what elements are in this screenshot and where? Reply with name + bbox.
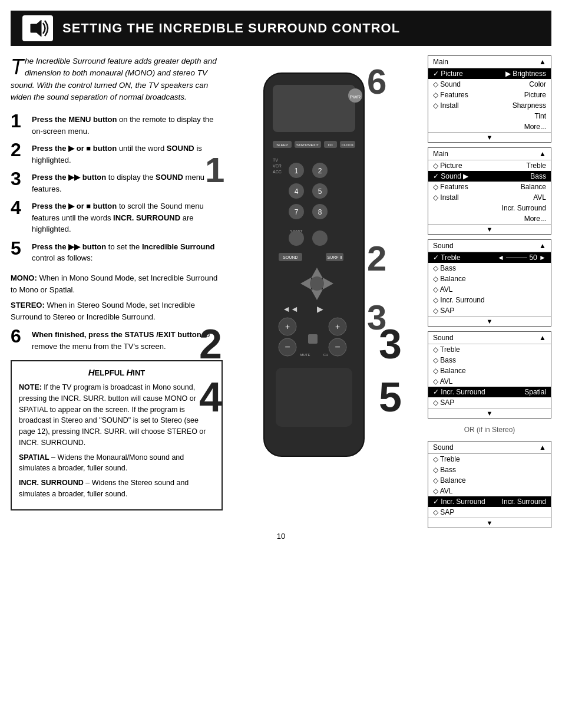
svg-text:CH: CH — [323, 353, 329, 357]
step-2-num: 2 — [11, 140, 32, 159]
remote-big-5: 5 — [379, 374, 402, 421]
menu3-item-incr: ◇ Incr. Surround — [428, 295, 551, 305]
menu5-footer: ▼ — [428, 518, 551, 528]
svg-text:8: 8 — [318, 208, 322, 216]
svg-text:2: 2 — [318, 167, 322, 175]
svg-text:CC: CC — [328, 143, 333, 147]
svg-text:ACC: ACC — [273, 170, 282, 174]
menu2-title: Main — [433, 150, 448, 158]
menu1-item-features: ◇ FeaturesPicture — [428, 90, 551, 100]
menu1-item-tint: Tint — [428, 111, 551, 121]
svg-text:MUTE: MUTE — [300, 353, 310, 357]
menu5-header: Sound ▲ — [428, 442, 551, 454]
svg-text:SLEEP: SLEEP — [276, 143, 287, 147]
menu2-item-picture: ◇ PictureTreble — [428, 160, 551, 171]
stereo-desc: STEREO: When in Stereo Sound Mode, set I… — [11, 299, 223, 323]
menu4-title: Sound — [433, 334, 454, 342]
menu1-item-sound: ◇ SoundColor — [428, 79, 551, 90]
step-4-text: Press the ▶ or ■ button to scroll the So… — [32, 200, 223, 235]
page-number: 10 — [0, 532, 562, 541]
menu2-item-sound: ✓ Sound ▶Bass — [428, 171, 551, 182]
menu-panel-5: Sound ▲ ◇ Treble ◇ Bass ◇ Balance ◇ AVL — [428, 441, 551, 528]
menu3-footer: ▼ — [428, 316, 551, 326]
hint-para-3: INCR. SURROUND – Widens the Stereo sound… — [19, 477, 214, 500]
menu4-item-incr: ✓ Incr. SurroundSpatial — [428, 387, 551, 397]
menu-panel-2: Main ▲ ◇ PictureTreble ✓ Sound ▶Bass ◇ F… — [428, 147, 551, 235]
svg-text:4: 4 — [295, 187, 299, 196]
remote-step-2-label: 2 — [367, 238, 386, 279]
left-column: T he Incredible Surround feature adds gr… — [11, 55, 229, 510]
svg-text:5: 5 — [318, 187, 322, 196]
menu2-item-install: ◇ InstallAVL — [428, 192, 551, 203]
step-1-num: 1 — [11, 111, 32, 130]
step-4-num: 4 — [11, 198, 32, 217]
menu-panel-3: Sound ▲ ✓ Treble◄ ——— 50 ► ◇ Bass ◇ Bala… — [428, 239, 551, 327]
menu5-item-avl: ◇ AVL — [428, 486, 551, 496]
menu2-up: ▲ — [539, 150, 546, 158]
step-5: 5 Press the ▶▶ button to set the Incredi… — [11, 241, 223, 264]
menu5-item-balance: ◇ Balance — [428, 475, 551, 486]
svg-text:CLOCK: CLOCK — [342, 143, 354, 147]
menu4-item-sap: ◇ SAP — [428, 397, 551, 408]
svg-text:TV: TV — [273, 158, 278, 162]
menu5-item-incr: ✓ Incr. SurroundIncr. Surround — [428, 496, 551, 507]
step-3-num: 3 — [11, 169, 32, 188]
step-2: 2 Press the ▶ or ■ button until the word… — [11, 143, 223, 166]
svg-rect-53 — [308, 334, 318, 344]
mono-desc: MONO: When in Mono Sound Mode, set Incre… — [11, 272, 223, 296]
main-content: T he Incredible Surround feature adds gr… — [0, 46, 562, 520]
remote-step-6-label: 6 — [367, 61, 386, 102]
menu1-item-more: More... — [428, 121, 551, 132]
svg-text:+: + — [285, 322, 290, 331]
mono-stereo-desc: MONO: When in Mono Sound Mode, set Incre… — [11, 272, 223, 324]
svg-text:▶: ▶ — [317, 304, 323, 314]
menu3-header: Sound ▲ — [428, 240, 551, 252]
hint-para-1: NOTE: If the TV program is broadcast in … — [19, 382, 214, 449]
menu5-item-treble: ◇ Treble — [428, 454, 551, 465]
remote-big-3: 3 — [379, 321, 402, 368]
svg-text:STATUS/EXIT: STATUS/EXIT — [296, 143, 319, 147]
svg-point-29 — [289, 230, 304, 246]
page-wrapper: Setting the Incredible Surround Control … — [0, 11, 562, 541]
menu-panel-4: Sound ▲ ◇ Treble ◇ Bass ◇ Balance ◇ AVL — [428, 331, 551, 419]
menu3-item-balance: ◇ Balance — [428, 274, 551, 284]
intro-text: T he Incredible Surround feature adds gr… — [11, 55, 223, 103]
menus-column: Main ▲ ✓ Picture▶ Brightness ◇ SoundColo… — [428, 55, 551, 528]
menu3-item-avl: ◇ AVL — [428, 284, 551, 295]
menu3-item-sap: ◇ SAP — [428, 305, 551, 316]
step-6-text: When finished, press the STATUS /EXIT bu… — [32, 329, 223, 352]
svg-point-38 — [310, 276, 324, 291]
page-title: Setting the Incredible Surround Control — [62, 21, 400, 36]
menu2-item-more: More... — [428, 213, 551, 224]
page-header: Setting the Incredible Surround Control — [11, 11, 551, 46]
step-2-text: Press the ▶ or ■ button until the word S… — [32, 143, 223, 166]
svg-text:SURF  II: SURF II — [328, 255, 342, 259]
menu5-title: Sound — [433, 443, 454, 452]
drop-cap: T — [11, 57, 24, 78]
remote-diagram: PWR SLEEP STATUS/EXIT CC CLOCK TV VCR AC… — [229, 67, 405, 482]
svg-rect-54 — [276, 368, 352, 427]
hint-text: NOTE: If the TV program is broadcast in … — [19, 382, 214, 500]
step-3-text: Press the ▶▶ button to display the SOUND… — [32, 172, 223, 195]
menu1-title: Main — [433, 58, 448, 66]
svg-text:1: 1 — [295, 167, 299, 175]
hint-title: HELPFUL HINT — [19, 367, 214, 377]
menu5-up: ▲ — [539, 443, 546, 452]
menu3-up: ▲ — [539, 242, 546, 250]
menu4-item-avl: ◇ AVL — [428, 376, 551, 387]
svg-text:7: 7 — [295, 208, 299, 216]
svg-text:−: − — [335, 342, 340, 352]
menu5-item-sap: ◇ SAP — [428, 507, 551, 518]
menu4-item-bass: ◇ Bass — [428, 355, 551, 365]
menu1-header: Main ▲ — [428, 56, 551, 68]
step-6: 6 When finished, press the STATUS /EXIT … — [11, 329, 223, 352]
svg-text:SOUND: SOUND — [283, 255, 297, 259]
right-column: Main ▲ ✓ Picture▶ Brightness ◇ SoundColo… — [229, 55, 551, 510]
remote-big-4: 4 — [199, 374, 222, 421]
step-4: 4 Press the ▶ or ■ button to scroll the … — [11, 200, 223, 235]
step-5-num: 5 — [11, 239, 32, 258]
svg-text:−: − — [285, 342, 290, 352]
menu3-item-treble: ✓ Treble◄ ——— 50 ► — [428, 252, 551, 263]
remote-step-1-label: 1 — [205, 150, 224, 190]
menu2-item-incr: Incr. Surround — [428, 203, 551, 213]
